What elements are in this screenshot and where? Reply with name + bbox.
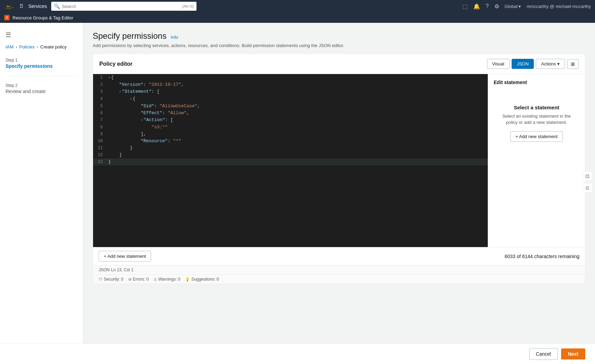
breadcrumb-sep-2: › (37, 44, 38, 49)
region-selector[interactable]: Global ▾ (505, 4, 521, 9)
policy-card-header: Policy editor Visual JSON Actions ▾ ⊞ (93, 54, 585, 74)
nav-services-link[interactable]: Services (28, 3, 47, 9)
code-line-6: 6 "Effect": "Allow", (93, 110, 488, 117)
right-icon-1[interactable]: ⊡ (583, 171, 592, 181)
editor-footer: + Add new statement 6033 of 6144 charact… (93, 247, 585, 265)
code-line-2: 2 "Version": "2012-10-17", (93, 81, 488, 88)
top-nav: ⠿ Services 🔍 [Alt+S] ⬚ 🔔 ? ⚙ Global ▾ mm… (0, 0, 595, 12)
search-input[interactable] (62, 4, 180, 9)
resource-bar-content: R Resource Groups & Tag Editor (4, 15, 73, 20)
step-divider (6, 76, 77, 76)
security-icon: 🛡 (99, 277, 102, 281)
page-title: Specify permissions (93, 31, 166, 40)
policy-card-title: Policy editor (99, 61, 132, 67)
info-link[interactable]: Info (171, 35, 178, 40)
suggestions-label: Suggestions: 0 (191, 277, 219, 282)
resource-bar: R Resource Groups & Tag Editor (0, 12, 595, 23)
aws-logo[interactable] (4, 3, 15, 10)
code-line-13: 13 } (93, 158, 488, 165)
user-menu[interactable]: mmccarthy @ michael-mccarthy (527, 4, 591, 9)
step2-label: Step 2 (6, 83, 77, 88)
security-badge: 🛡 Security: 0 (99, 277, 123, 282)
code-line-9: 9 ], (93, 131, 488, 138)
tab-visual[interactable]: Visual (487, 59, 510, 69)
breadcrumb-sep-1: › (16, 44, 17, 49)
status-format: JSON (99, 267, 110, 272)
warnings-badge: ⚠ Warnings: 0 (154, 277, 181, 282)
page-title-area: Specify permissions Info (93, 31, 585, 41)
status-left: JSON Ln 13, Col 1 (99, 267, 134, 272)
errors-icon: ⊘ (128, 277, 131, 282)
select-statement-section: Select a statement Select an existing st… (494, 91, 579, 156)
settings-icon[interactable]: ⚙ (494, 3, 499, 10)
sidebar-nav-toggle[interactable]: ☰ (0, 28, 83, 42)
errors-label: Errors: 0 (133, 277, 149, 282)
search-bar: 🔍 [Alt+S] (51, 2, 196, 11)
add-new-statement-button[interactable]: + Add new statement (99, 251, 151, 262)
code-line-10: 10 "Resource": "*" (93, 138, 488, 145)
code-editor-pane[interactable]: 1 ▾{ 2 "Version": "2012-10-17", 3 ▾"Stat… (93, 74, 488, 247)
search-shortcut: [Alt+S] (182, 4, 194, 8)
code-line-8: 8 "s3:*" (93, 124, 488, 131)
errors-badge: ⊘ Errors: 0 (128, 277, 149, 282)
suggestions-icon: 💡 (185, 277, 190, 282)
code-line-7: 7 ▾"Action": [ (93, 117, 488, 124)
tab-json[interactable]: JSON (512, 59, 534, 69)
code-line-4: 4 ▾{ (93, 95, 488, 103)
code-line-3: 3 ▾"Statement": [ (93, 88, 488, 95)
resource-dot-icon: R (4, 15, 10, 20)
policy-editor-card: Policy editor Visual JSON Actions ▾ ⊞ (93, 54, 585, 284)
status-badges-bar: 🛡 Security: 0 ⊘ Errors: 0 ⚠ Warnings: 0 … (93, 274, 585, 284)
grid-icon[interactable]: ⠿ (19, 3, 24, 10)
breadcrumb-policies[interactable]: Policies (19, 44, 35, 49)
breadcrumb-current: Create policy (40, 44, 67, 49)
status-position: Ln 13, Col 1 (111, 267, 134, 272)
actions-dropdown-icon: ▾ (557, 61, 560, 66)
code-line-1: 1 ▾{ (93, 74, 488, 81)
expand-icon-btn[interactable]: ⊞ (567, 59, 579, 69)
bell-icon[interactable]: 🔔 (473, 3, 480, 10)
step2-section: Step 2 Review and create (0, 80, 83, 97)
select-statement-heading: Select a statement (514, 104, 559, 110)
right-icon-2[interactable]: ⊙ (583, 183, 592, 193)
breadcrumb-iam[interactable]: IAM (6, 44, 13, 49)
cancel-button[interactable]: Cancel (529, 348, 558, 360)
select-statement-desc: Select an existing statement in the poli… (499, 113, 574, 126)
add-new-statement-panel-button[interactable]: + Add new statement (510, 131, 563, 142)
resource-bar-label: Resource Groups & Tag Editor (12, 15, 73, 20)
edit-statement-panel: Edit statement Select a statement Select… (488, 74, 585, 247)
code-editor[interactable]: 1 ▾{ 2 "Version": "2012-10-17", 3 ▾"Stat… (93, 74, 488, 247)
warnings-icon: ⚠ (154, 277, 157, 282)
actions-button[interactable]: Actions ▾ (536, 59, 565, 69)
chars-remaining: 6033 of 6144 characters remaining (505, 254, 579, 259)
actions-label: Actions (541, 61, 556, 66)
bottom-action-bar: Cancel Next (0, 344, 595, 364)
page-container: ☰ IAM › Policies › Create policy Step 1 … (0, 23, 595, 364)
breadcrumb: IAM › Policies › Create policy (0, 42, 83, 55)
step2-title[interactable]: Review and create (6, 89, 77, 94)
page-description: Add permissions by selecting services, a… (93, 43, 585, 48)
help-icon[interactable]: ? (486, 3, 489, 9)
nav-right: ⬚ 🔔 ? ⚙ Global ▾ mmccarthy @ michael-mcc… (463, 3, 591, 10)
suggestions-badge: 💡 Suggestions: 0 (185, 277, 219, 282)
content-area: ☰ IAM › Policies › Create policy Step 1 … (0, 23, 595, 364)
step1-section: Step 1 Specify permissions (0, 55, 83, 72)
search-icon: 🔍 (54, 3, 60, 9)
right-side-icons: ⊡ ⊙ (583, 171, 592, 193)
code-line-11: 11 } (93, 145, 488, 152)
warnings-label: Warnings: 0 (158, 277, 181, 282)
main-content: Specify permissions Info Add permissions… (83, 23, 595, 364)
code-line-5: 5 "Sid": "AllowUseCase", (93, 103, 488, 110)
security-label: Security: 0 (104, 277, 123, 282)
editor-body: 1 ▾{ 2 "Version": "2012-10-17", 3 ▾"Stat… (93, 74, 585, 247)
left-sidebar: ☰ IAM › Policies › Create policy Step 1 … (0, 23, 83, 364)
policy-editor-tabs: Visual JSON Actions ▾ ⊞ (487, 59, 579, 69)
code-line-12: 12 ] (93, 152, 488, 158)
terminal-icon[interactable]: ⬚ (463, 3, 468, 10)
step1-title[interactable]: Specify permissions (6, 63, 77, 69)
editor-status-bar: JSON Ln 13, Col 1 (93, 265, 585, 274)
step1-label: Step 1 (6, 58, 77, 63)
next-button[interactable]: Next (561, 348, 585, 360)
edit-statement-title: Edit statement (494, 80, 579, 85)
